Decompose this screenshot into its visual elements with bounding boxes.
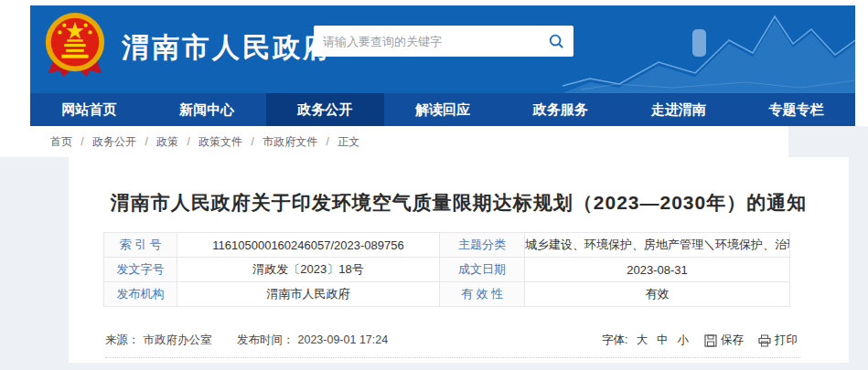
- table-row: 发布机构 渭南市人民政府 有 效 性 有效: [104, 282, 790, 307]
- font-size-small-button[interactable]: 小: [678, 333, 690, 348]
- breadcrumb: 首页 / 政务公开 / 政策 / 政策文件 / 市政府文件 / 正文: [0, 126, 788, 157]
- table-row: 发文字号 渭政发〔2023〕18号 成文日期 2023-08-31: [104, 258, 790, 282]
- site-container: 渭南市人民政府 网站首页 新闻中心 政务公开 解读回应 政务服务 走进渭南 专题…: [30, 5, 855, 126]
- nav-item-gov-affairs[interactable]: 政务公开: [266, 93, 384, 126]
- font-size-label: 字体:: [602, 333, 627, 348]
- breadcrumb-item-zhengwugongkai[interactable]: 政务公开: [92, 135, 136, 148]
- source-value: 市政府办公室: [144, 333, 212, 346]
- document-title: 渭南市人民政府关于印发环境空气质量限期达标规划（2023—2030年）的通知: [69, 190, 849, 216]
- index-number-label: 索 引 号: [104, 233, 177, 258]
- validity-label: 有 效 性: [440, 282, 525, 307]
- print-button-label: 打印: [775, 333, 798, 348]
- publish-time-value: 2023-09-01 17:24: [297, 333, 388, 346]
- save-button-label: 保存: [721, 333, 744, 348]
- breadcrumb-item-shizhengfuwenjian[interactable]: 市政府文件: [263, 135, 317, 148]
- issue-date-label: 成文日期: [440, 258, 525, 282]
- site-header: 渭南市人民政府: [30, 5, 855, 93]
- breadcrumb-item-home[interactable]: 首页: [50, 135, 72, 148]
- national-emblem-icon[interactable]: [41, 9, 109, 84]
- article-card: 渭南市人民政府关于印发环境空气质量限期达标规划（2023—2030年）的通知 索…: [69, 157, 849, 363]
- breadcrumb-item-zhengce[interactable]: 政策: [156, 135, 178, 148]
- font-size-medium-button[interactable]: 中: [657, 333, 669, 348]
- breadcrumb-separator: /: [326, 135, 328, 148]
- breadcrumb-separator: /: [251, 135, 253, 148]
- font-size-large-button[interactable]: 大: [637, 333, 648, 348]
- topic-category-value: 城乡建设、环境保护、房地产管理＼环境保护、治理: [525, 233, 790, 258]
- source-info: 来源：市政府办公室 发布时间：2023-09-01 17:24: [105, 333, 391, 348]
- nav-item-home[interactable]: 网站首页: [30, 93, 148, 126]
- nav-item-special-topics[interactable]: 专题专栏: [737, 93, 855, 126]
- breadcrumb-item-zhengcewenjian[interactable]: 政策文件: [198, 135, 242, 148]
- source-label: 来源：: [105, 333, 140, 346]
- nav-item-news[interactable]: 新闻中心: [148, 93, 266, 126]
- article-meta-row: 来源：市政府办公室 发布时间：2023-09-01 17:24 字体: 大 中 …: [105, 333, 798, 348]
- search-input[interactable]: [314, 26, 539, 57]
- print-icon: [758, 334, 771, 347]
- index-number-value: 116105000160246057/2023-089756: [177, 233, 440, 258]
- save-button[interactable]: 保存: [704, 333, 744, 348]
- search-icon: [548, 33, 564, 49]
- save-icon: [704, 334, 717, 347]
- search-button[interactable]: [539, 26, 573, 57]
- table-row: 索 引 号 116105000160246057/2023-089756 主题分…: [104, 233, 790, 258]
- print-button[interactable]: 打印: [758, 333, 798, 348]
- issuing-agency-value: 渭南市人民政府: [177, 282, 440, 307]
- issuing-agency-label: 发布机构: [104, 282, 177, 307]
- issue-date-value: 2023-08-31: [525, 258, 790, 282]
- breadcrumb-separator: /: [80, 135, 83, 148]
- breadcrumb-item-current: 正文: [338, 135, 359, 148]
- nav-item-services[interactable]: 政务服务: [501, 93, 619, 126]
- validity-value: 有效: [525, 282, 790, 307]
- nav-item-about-weinan[interactable]: 走进渭南: [619, 93, 737, 126]
- breadcrumb-separator: /: [187, 135, 189, 148]
- document-info-table: 索 引 号 116105000160246057/2023-089756 主题分…: [103, 232, 790, 307]
- publish-time-label: 发布时间：: [237, 333, 295, 346]
- topic-category-label: 主题分类: [440, 233, 525, 258]
- article-tools: 字体: 大 中 小 保存 打印: [602, 333, 798, 348]
- document-number-label: 发文字号: [104, 258, 177, 282]
- site-title: 渭南市人民政府: [122, 29, 333, 67]
- mountain-art: [563, 5, 855, 93]
- main-nav: 网站首页 新闻中心 政务公开 解读回应 政务服务 走进渭南 专题专栏: [30, 93, 855, 126]
- huashan-seal: [692, 29, 706, 57]
- breadcrumb-bar: 首页 / 政务公开 / 政策 / 政策文件 / 市政府文件 / 正文: [0, 126, 788, 157]
- document-number-value: 渭政发〔2023〕18号: [177, 258, 440, 282]
- dotted-divider: [105, 357, 800, 358]
- nav-item-interpretation[interactable]: 解读回应: [384, 93, 502, 126]
- breadcrumb-separator: /: [145, 135, 147, 148]
- search-box: [314, 26, 573, 57]
